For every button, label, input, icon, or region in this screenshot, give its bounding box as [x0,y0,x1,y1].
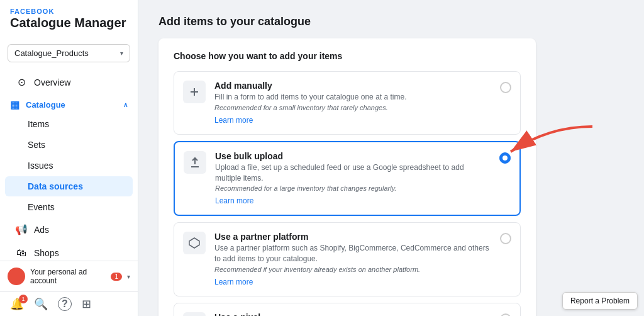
card-subtitle: Choose how you want to add your items [174,51,521,61]
shops-icon: 🛍 [15,247,28,259]
use-pixel-radio[interactable] [500,313,511,316]
sidebar-item-catalogue[interactable]: ▦ Catalogue ∧ [0,96,138,113]
sidebar-item-sets[interactable]: Sets [5,135,133,155]
add-manually-title: Add manually [214,81,491,91]
footer-icons: 🔔 1 🔍 ? ⊞ [0,291,138,316]
help-icon[interactable]: ? [58,297,72,311]
notifications-icon[interactable]: 🔔 1 [10,297,24,311]
account-badge: 1 [111,273,122,281]
layout-icon[interactable]: ⊞ [82,297,91,311]
overview-icon: ⊙ [15,76,28,88]
page-title: Add items to your catalogue [158,15,624,28]
sidebar-item-ads[interactable]: 📢 Ads [5,218,133,241]
partner-platform-radio[interactable] [500,233,511,244]
partner-platform-desc: Use a partner platform such as Shopify, … [214,243,491,264]
add-manually-icon [183,81,206,103]
avatar [8,268,25,285]
use-pixel-icon: </> [183,312,206,316]
option-add-manually[interactable]: Add manually Fill in a form to add items… [174,71,521,135]
option-use-pixel[interactable]: </> Use a pixel Use your pixel to automa… [174,303,521,316]
option-partner-platform[interactable]: Use a partner platform Use a partner pla… [174,222,521,296]
sidebar-item-shops[interactable]: 🛍 Shops [5,242,133,261]
issues-label: Issues [28,161,53,171]
items-label: Items [28,119,49,129]
sidebar-item-issues[interactable]: Issues [5,155,133,176]
use-pixel-title: Use a pixel [214,312,491,316]
bulk-upload-desc: Upload a file, set up a scheduled feed o… [215,162,491,184]
partner-platform-learn-more[interactable]: Learn more [214,278,253,286]
dropdown-arrow-icon: ▾ [120,50,123,57]
add-manually-desc: Fill in a form to add items to your cata… [214,92,491,103]
search-icon[interactable]: 🔍 [34,297,48,311]
report-problem-button[interactable]: Report a Problem [562,292,638,310]
dropdown-value: Catalogue_Products [14,48,89,58]
sidebar-item-overview[interactable]: ⊙ Overview [5,71,133,94]
notification-badge: 1 [19,295,28,303]
ads-icon: 📢 [15,223,28,235]
partner-platform-title: Use a partner platform [214,232,491,242]
bulk-upload-rec: Recommended for a large inventory that c… [215,184,491,192]
catalogue-dropdown[interactable]: Catalogue_Products ▾ [8,44,130,62]
account-name: Your personal ad account [30,268,106,285]
bulk-upload-radio[interactable] [499,152,511,164]
partner-platform-icon [183,232,206,254]
sets-label: Sets [28,140,45,150]
sidebar-nav: ⊙ Overview ▦ Catalogue ∧ Items Sets Issu… [0,70,138,261]
brand-label: FACEBOOK [10,8,128,15]
catalogue-label: Catalogue [26,100,65,110]
sidebar-item-data-sources[interactable]: Data sources [5,176,133,196]
main-content: Add items to your catalogue Choose how y… [138,0,644,316]
sidebar-item-events[interactable]: Events [5,197,133,217]
overview-label: Overview [34,77,70,87]
partner-platform-rec: Recommended if your inventory already ex… [214,266,491,273]
data-sources-label: Data sources [28,181,83,191]
sidebar: FACEBOOK Catalogue Manager Catalogue_Pro… [0,0,138,316]
catalogue-icon: ▦ [10,99,19,111]
ads-label: Ads [34,225,49,235]
catalogue-chevron-icon: ∧ [123,101,128,108]
add-manually-rec: Recommended for a small inventory that r… [214,104,491,111]
shops-label: Shops [34,248,59,258]
option-bulk-upload[interactable]: Use bulk upload Upload a file, set up a … [174,141,521,217]
bulk-upload-learn-more[interactable]: Learn more [215,196,253,205]
account-section[interactable]: Your personal ad account 1 ▾ [0,261,138,291]
bulk-upload-icon [184,151,206,174]
options-card: Choose how you want to add your items Ad… [158,38,536,316]
add-manually-learn-more[interactable]: Learn more [214,116,253,125]
sidebar-item-items[interactable]: Items [5,114,133,134]
bulk-upload-title: Use bulk upload [215,151,491,161]
app-title: Catalogue Manager [10,15,128,37]
account-chevron-icon: ▾ [127,273,130,280]
svg-marker-3 [189,238,199,248]
events-label: Events [28,202,55,212]
add-manually-radio[interactable] [500,82,511,93]
